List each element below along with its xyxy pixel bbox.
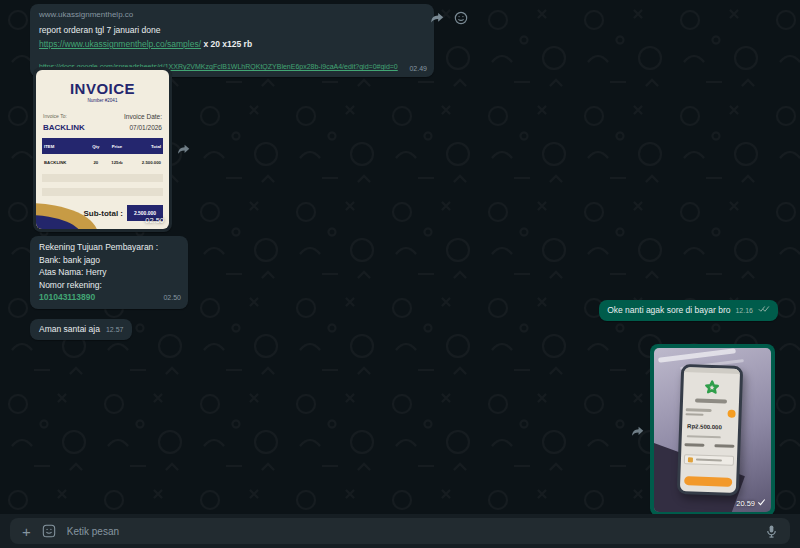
message-invoice-image[interactable]: INVOICE Number #2041 Invoice To: BACKLIN… [33,67,172,232]
message-input-bar[interactable]: + [10,518,790,544]
cell-qty: 20 [87,154,105,171]
screen-text-bar [686,408,712,411]
phone-in-photo: Rp2.500.000 [677,364,743,496]
samples-link[interactable]: https://www.ukassignmenthelp.co/samples/ [39,39,201,49]
chat-window: www.ukassignmenthelp.co report orderan t… [0,0,800,548]
invoice-table-header: ITEM Qty Price Total [42,138,163,154]
message-hover-actions [430,11,468,25]
screen-avatar-dot [727,409,735,417]
screen-list-icon [688,457,693,462]
payment-line: Atas Nama: Herry [39,266,179,279]
sticker-emoji-icon[interactable] [42,524,56,538]
mic-icon[interactable] [765,524,778,539]
screen-text-bar [687,435,721,439]
invoice-title: INVOICE [36,83,169,94]
invoice-image[interactable]: INVOICE Number #2041 Invoice To: BACKLIN… [36,70,169,229]
bank-jago-star-icon [704,380,720,396]
invoice-header-row: Invoice To: BACKLINK Invoice Date: 07/01… [36,111,169,133]
message-text: report orderan tgl 7 januari done [39,25,425,36]
payment-line: Bank: bank jago [39,254,179,267]
message-time: 12.57 [106,324,124,335]
invoice-date-value: 07/01/2026 [124,122,162,133]
double-check-icon [758,305,770,316]
forward-icon[interactable] [177,141,190,159]
phone-screen: Rp2.500.000 [680,367,740,493]
message-reply-outgoing[interactable]: Oke nanti agak sore di bayar bro 12.16 [599,300,778,321]
invoice-date-block: Invoice Date: 07/01/2026 [124,111,162,133]
cell-price: 125rb [105,154,129,171]
screen-text-bar [696,458,722,461]
screen-option-row [684,443,734,448]
screen-text-bar [714,444,734,448]
payment-line: Nomor rekening: [39,279,179,292]
forward-icon[interactable] [631,423,644,441]
invoice-number: Number #2041 [36,95,169,106]
col-qty: Qty [87,138,105,154]
invoice-to-label: Invoice To: [43,111,85,122]
col-price: Price [105,138,129,154]
message-text: Oke nanti agak sore di bayar bro [607,305,730,316]
attach-plus-icon[interactable]: + [22,524,31,539]
message-time: 02.49 [409,63,427,74]
message-time: 02.50 [145,215,164,226]
screen-pay-button [684,476,732,487]
message-time: 02.50 [163,292,181,305]
payment-photo[interactable]: Rp2.500.000 20.59 [654,348,771,512]
invoice-date-label: Invoice Date: [124,111,162,122]
cell-total: 2.500.000 [129,154,163,171]
invoice-stripe [42,174,163,182]
link-note: x 20 x125 rb [201,39,252,49]
payment-line: Rekening Tujuan Pembayaran : [39,241,179,254]
invoice-stripe [42,188,163,196]
account-number-link[interactable]: 101043113890 [39,291,179,304]
message-input[interactable] [67,526,754,537]
single-check-icon [757,498,766,509]
invoice-subtotal-label: Sub-total : [83,208,123,219]
message-payment-photo[interactable]: Rp2.500.000 20.59 [650,344,775,516]
screen-text-bar [686,413,704,416]
invoice-table: ITEM Qty Price Total BACKLINK 20 125rb 2… [42,138,163,171]
message-time: 12.16 [735,305,753,316]
col-total: Total [129,138,163,154]
invoice-to-value: BACKLINK [43,122,85,133]
react-smiley-icon[interactable] [454,11,468,25]
screen-text-bar [684,443,704,447]
message-casual[interactable]: Aman santai aja 12.57 [30,319,132,340]
screen-text-bar [695,398,727,403]
col-item: ITEM [42,138,87,154]
screen-recipient-row [685,408,735,418]
composer-bar: + [0,514,800,548]
phone-statusbar [684,367,740,374]
screen-amount: Rp2.500.000 [687,421,722,433]
cell-item: BACKLINK [42,154,87,171]
message-payment-details[interactable]: Rekening Tujuan Pembayaran : Bank: bank … [30,236,188,309]
link-preview-domain: www.ukassignmenthelp.co [39,9,425,20]
forward-icon[interactable] [430,12,444,24]
screen-list-item [684,454,734,466]
message-time: 20.59 [736,498,766,509]
invoice-table-row: BACKLINK 20 125rb 2.500.000 [42,154,163,171]
message-link-line: https://www.ukassignmenthelp.co/samples/… [39,39,425,50]
invoice-to-block: Invoice To: BACKLINK [43,111,85,133]
message-text: Aman santai aja [39,324,100,335]
